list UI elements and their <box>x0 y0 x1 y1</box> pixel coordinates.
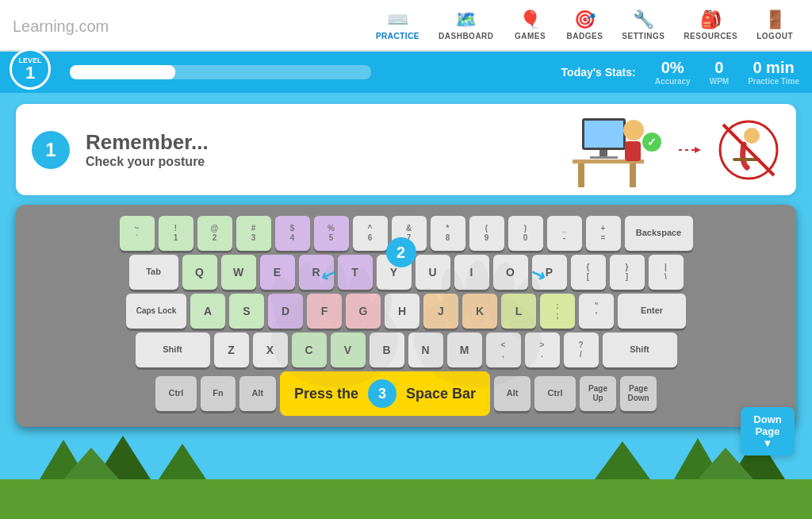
key-tab[interactable]: Tab <box>129 255 178 290</box>
key-f[interactable]: F <box>307 294 342 329</box>
key-i[interactable]: I ↘ <box>454 255 489 290</box>
qwerty-row: Tab Q W E R T Y 2 ↙ U I ↘ <box>27 255 785 290</box>
key-g[interactable]: G <box>346 294 381 329</box>
space-bar-text: Space Bar <box>406 386 476 402</box>
nav-dashboard[interactable]: 🗺️ DASHBOARD <box>432 6 500 44</box>
key-e[interactable]: E <box>260 255 295 290</box>
press-the-spacebar[interactable]: Press the 3 Space Bar <box>280 371 490 416</box>
key-lbracket[interactable]: {[ <box>571 255 606 290</box>
key-a[interactable]: A <box>190 294 225 329</box>
nav-logout[interactable]: 🚪 LOGOUT <box>750 6 799 44</box>
key-period[interactable]: >. <box>525 333 560 367</box>
key-2[interactable]: @2 <box>197 216 232 251</box>
key-c[interactable]: C <box>292 333 327 367</box>
key-8[interactable]: *8 <box>431 216 465 251</box>
key-n[interactable]: N <box>408 333 443 367</box>
key-rbracket[interactable]: }] <box>610 255 645 290</box>
key-u[interactable]: U <box>416 255 450 290</box>
logout-label: LOGOUT <box>756 32 793 40</box>
key-fn[interactable]: Fn <box>201 376 236 411</box>
key-m[interactable]: M <box>447 333 482 367</box>
key-q[interactable]: Q <box>182 255 217 290</box>
key-0[interactable]: )0 <box>508 216 543 251</box>
wpm-stat: 0 WPM <box>710 59 729 86</box>
key-alt-right[interactable]: Alt <box>494 376 530 411</box>
logo: Learning.com <box>13 13 109 37</box>
logo-suffix: .com <box>75 17 109 35</box>
nav-practice[interactable]: ⌨️ PRACTICE <box>370 6 426 44</box>
time-value: 0 min <box>748 59 799 77</box>
nav-games[interactable]: 🎈 GAMES <box>507 6 554 44</box>
nav-badges[interactable]: 🎯 BADGES <box>561 6 610 44</box>
key-page-down[interactable]: PageDown <box>620 376 657 411</box>
landscape-background <box>0 424 812 519</box>
press-the-text: Press the <box>294 386 358 402</box>
key-l[interactable]: L <box>501 294 536 329</box>
key-o[interactable]: O <box>493 255 528 290</box>
key-page-up[interactable]: PageUp <box>580 376 616 411</box>
time-label: Practice Time <box>748 77 799 86</box>
key-b[interactable]: B <box>370 333 404 367</box>
posture-text: Remember... Check your posture <box>86 130 209 169</box>
key-j[interactable]: J <box>423 294 458 329</box>
keyboard-container: ~` !1 @2 #3 $4 %5 ^6 &7 *8 (9 )0 _- += B… <box>16 205 796 427</box>
key-9[interactable]: (9 <box>469 216 504 251</box>
bad-posture-svg <box>717 118 780 182</box>
down-page-button[interactable]: Down Page ▼ <box>741 407 795 456</box>
key-shift-left[interactable]: Shift <box>136 333 210 367</box>
key-d[interactable]: D <box>268 294 303 329</box>
key-ctrl-left[interactable]: Ctrl <box>155 376 197 411</box>
key-capslock[interactable]: Caps Lock <box>126 294 186 329</box>
key-shift-right[interactable]: Shift <box>603 333 677 367</box>
spacebar-row: Ctrl Fn Alt Press the 3 Space Bar Alt Ct… <box>27 371 785 416</box>
key-k[interactable]: K <box>462 294 497 329</box>
games-label: GAMES <box>515 32 546 40</box>
bad-posture-indicator <box>717 118 780 182</box>
step1-badge: 1 <box>32 131 70 169</box>
key-slash[interactable]: ?/ <box>564 333 599 367</box>
stats-section: Today's Stats: 0% Accuracy 0 WPM 0 min P… <box>561 59 799 86</box>
main-content: 1 Remember... Check your posture <box>0 93 812 438</box>
svg-marker-37 <box>595 441 650 479</box>
key-alt-left[interactable]: Alt <box>239 376 276 411</box>
key-6[interactable]: ^6 <box>353 216 388 251</box>
key-z[interactable]: Z <box>214 333 249 367</box>
key-s[interactable]: S <box>229 294 264 329</box>
accuracy-label: Accuracy <box>655 77 691 86</box>
time-stat: 0 min Practice Time <box>748 59 799 86</box>
key-1[interactable]: !1 <box>159 216 193 251</box>
nav-resources[interactable]: 🎒 RESOURCES <box>677 6 744 44</box>
key-3[interactable]: #3 <box>236 216 271 251</box>
arrow-to-bad <box>677 142 701 158</box>
key-minus[interactable]: _- <box>547 216 582 251</box>
svg-rect-8 <box>625 141 641 161</box>
svg-rect-1 <box>584 121 623 148</box>
level-badge: LEVEL 1 <box>10 48 51 90</box>
key-v[interactable]: V <box>331 333 366 367</box>
key-quote[interactable]: "' <box>579 294 614 329</box>
nav-settings[interactable]: 🔧 SETTINGS <box>615 6 671 44</box>
key-h[interactable]: H <box>385 294 419 329</box>
key-t[interactable]: T <box>338 255 373 290</box>
level-number: 1 <box>25 64 35 82</box>
step3-badge: 3 <box>368 379 396 408</box>
key-backspace[interactable]: Backspace <box>625 216 693 251</box>
posture-subtitle: Check your posture <box>86 155 209 169</box>
key-semicolon[interactable]: :; <box>540 294 575 329</box>
key-ctrl-right[interactable]: Ctrl <box>534 376 576 411</box>
key-enter[interactable]: Enter <box>618 294 686 329</box>
svg-rect-6 <box>630 163 636 187</box>
logo-text: Learning <box>13 17 75 35</box>
key-comma[interactable]: <, <box>486 333 521 367</box>
key-w[interactable]: W <box>221 255 256 290</box>
key-backslash[interactable]: |\ <box>649 255 684 290</box>
key-y[interactable]: Y 2 ↙ <box>377 255 412 290</box>
key-equals[interactable]: += <box>586 216 621 251</box>
key-tilde[interactable]: ~` <box>120 216 155 251</box>
settings-icon: 🔧 <box>633 10 654 30</box>
dashboard-icon: 🗺️ <box>455 10 477 30</box>
key-5[interactable]: %5 <box>314 216 349 251</box>
practice-icon: ⌨️ <box>387 10 408 30</box>
key-4[interactable]: $4 <box>275 216 310 251</box>
key-x[interactable]: X <box>253 333 288 367</box>
